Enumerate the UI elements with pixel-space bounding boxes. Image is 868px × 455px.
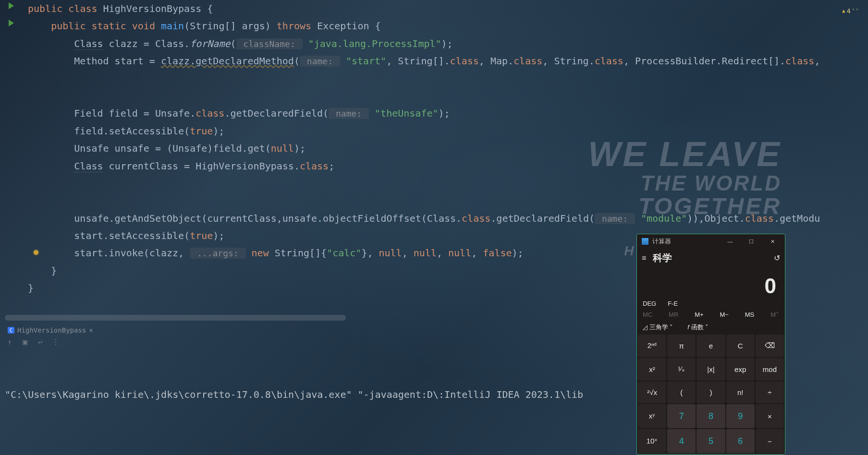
calc-key-mod[interactable]: mod: [756, 358, 784, 381]
calculator-titlebar[interactable]: 计算器 — ☐ ✕: [637, 234, 785, 249]
indicator-chevron-icon: ˄: [852, 2, 855, 20]
calc-key-10ˣ[interactable]: 10ˣ: [638, 429, 666, 453]
calc-key-C[interactable]: C: [726, 335, 755, 357]
warning-count: 4: [847, 2, 851, 20]
calculator-window[interactable]: 计算器 — ☐ ✕ ≡ 科学 ↺ 0 DEG F-E MCMRM+M−MSM˅ …: [636, 234, 785, 455]
memory-ms[interactable]: MS: [745, 311, 755, 318]
memory-m˅[interactable]: M˅: [770, 311, 779, 318]
calc-key-)[interactable]: ): [697, 382, 725, 404]
calc-key-5[interactable]: 5: [697, 429, 725, 453]
calc-key-8[interactable]: 8: [697, 404, 725, 428]
memory-mc[interactable]: MC: [643, 311, 652, 318]
function-dropdown[interactable]: f 函数 ˅: [687, 323, 709, 332]
calc-key-²√x[interactable]: ²√x: [638, 382, 666, 404]
indicator-chevron-icon: ˅: [856, 2, 858, 20]
calculator-header: ≡ 科学 ↺: [637, 249, 785, 267]
memory-row: MCMRM+M−MSM˅: [637, 311, 785, 323]
calc-key-x²[interactable]: x²: [638, 358, 666, 381]
calculator-title: 计算器: [652, 237, 671, 246]
run-class-icon[interactable]: [9, 2, 14, 9]
scroll-to-end-icon[interactable]: ↑: [6, 338, 13, 346]
calc-key-÷[interactable]: ÷: [756, 382, 784, 404]
trig-dropdown[interactable]: ◿ 三角学 ˅: [643, 323, 673, 332]
calc-key-¹⁄ₓ[interactable]: ¹⁄ₓ: [667, 358, 696, 381]
calc-key-2ⁿᵈ[interactable]: 2ⁿᵈ: [638, 335, 666, 357]
calc-key-7[interactable]: 7: [667, 404, 696, 428]
calc-key-e[interactable]: e: [697, 335, 725, 357]
class-icon: C: [8, 327, 14, 334]
nav-menu-icon[interactable]: ≡: [642, 254, 646, 263]
calc-key-4[interactable]: 4: [667, 429, 696, 453]
calculator-mode-label: 科学: [653, 251, 767, 264]
calc-key-6[interactable]: 6: [726, 429, 755, 453]
calc-key-exp[interactable]: exp: [726, 358, 755, 381]
calculator-display: 0: [637, 267, 785, 300]
deg-button[interactable]: DEG: [643, 300, 656, 307]
memory-m+[interactable]: M+: [695, 311, 703, 318]
horizontal-scrollbar[interactable]: [5, 315, 346, 321]
calc-key-9[interactable]: 9: [726, 404, 755, 428]
close-button[interactable]: ✕: [762, 234, 783, 249]
soft-wrap-icon[interactable]: ↩: [37, 338, 44, 346]
memory-mr[interactable]: MR: [669, 311, 678, 318]
function-dropdown-row: ◿ 三角学 ˅ f 函数 ˅: [637, 323, 785, 335]
breadcrumb-bar: C HighVersionBypass ×: [5, 324, 96, 336]
more-icon[interactable]: ⋮: [52, 338, 60, 346]
calc-key-π[interactable]: π: [667, 335, 696, 357]
run-method-icon[interactable]: [9, 20, 14, 26]
minimize-button[interactable]: —: [720, 234, 741, 249]
breadcrumb-tab-label: HighVersionBypass: [17, 326, 86, 334]
calc-key-⌫[interactable]: ⌫: [756, 335, 784, 357]
fe-button[interactable]: F-E: [668, 300, 678, 307]
angle-format-row: DEG F-E: [637, 300, 785, 311]
calc-key-|x|[interactable]: |x|: [697, 358, 725, 381]
print-icon[interactable]: ▣: [21, 338, 29, 346]
close-tab-icon[interactable]: ×: [89, 326, 93, 334]
calculator-app-icon: [642, 238, 648, 245]
calc-key-×[interactable]: ×: [756, 404, 784, 428]
maximize-button[interactable]: ☐: [741, 234, 762, 249]
calc-key-([interactable]: (: [667, 382, 696, 404]
breadcrumb-tab[interactable]: C HighVersionBypass ×: [5, 325, 96, 335]
memory-m−[interactable]: M−: [720, 311, 728, 318]
calc-key-−[interactable]: −: [756, 429, 784, 453]
console-toolbar: ↑ ▣ ↩ ⋮: [6, 338, 60, 346]
editor-gutter[interactable]: [0, 0, 23, 324]
inspection-indicator[interactable]: 4 ˄ ˅: [842, 2, 858, 20]
calc-key-n![interactable]: n!: [726, 382, 755, 404]
calc-key-xʸ[interactable]: xʸ: [638, 404, 666, 428]
history-icon[interactable]: ↺: [774, 253, 780, 263]
calculator-keypad: 2ⁿᵈπeC⌫x²¹⁄ₓ|x|expmod²√x()n!÷xʸ789×10ˣ45…: [637, 335, 785, 454]
